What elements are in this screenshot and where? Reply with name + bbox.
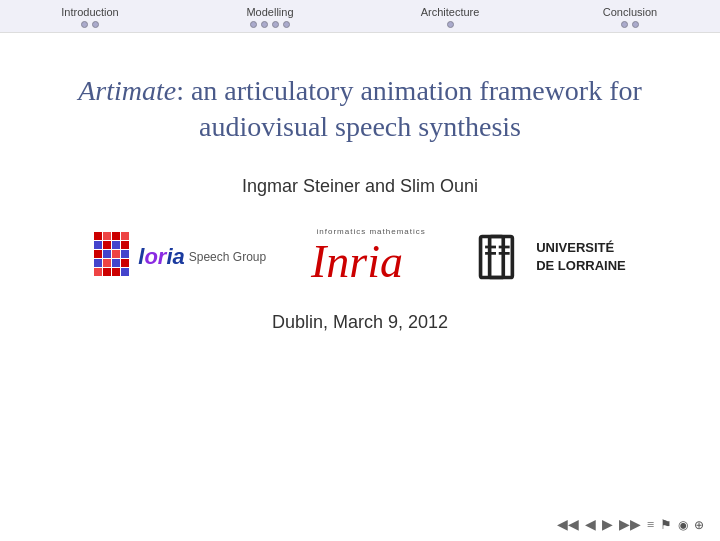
title-block: Artimate: an articulatory animation fram… — [60, 73, 660, 146]
presentation-title: Artimate: an articulatory animation fram… — [60, 73, 660, 146]
nav-dots-architecture — [447, 21, 454, 28]
svg-rect-15 — [121, 259, 129, 267]
ul-logo: UNIVERSITÉ DE LORRAINE — [476, 232, 626, 282]
nav-section-modelling: Modelling — [180, 4, 360, 30]
nav-section-architecture: Architecture — [360, 4, 540, 30]
ul-text: UNIVERSITÉ DE LORRAINE — [536, 239, 626, 275]
title-rest: : an articulatory animation framework fo… — [176, 75, 642, 142]
svg-rect-7 — [121, 241, 129, 249]
svg-text:Inria: Inria — [310, 236, 403, 287]
svg-rect-18 — [112, 268, 120, 276]
dot-5 — [272, 21, 279, 28]
svg-rect-1 — [103, 232, 111, 240]
svg-rect-16 — [94, 268, 102, 276]
dot-3 — [250, 21, 257, 28]
loria-text: loria Speech Group — [138, 244, 266, 270]
svg-rect-9 — [103, 250, 111, 258]
bottom-nav: ◀◀ ◀ ▶ ▶▶ ≡ ⚑ ◉ ⊕ — [557, 516, 704, 533]
dot-6 — [283, 21, 290, 28]
ul-line2: DE LORRAINE — [536, 257, 626, 275]
navigation-bar: Introduction Modelling Architecture Conc… — [0, 0, 720, 33]
inria-logo: informatics mathematics Inria — [306, 227, 436, 287]
svg-rect-24 — [485, 252, 496, 255]
svg-rect-8 — [94, 250, 102, 258]
svg-rect-11 — [121, 250, 129, 258]
nav-last-arrow[interactable]: ▶▶ — [619, 516, 641, 533]
nav-dots-conclusion — [621, 21, 639, 28]
svg-rect-26 — [499, 252, 510, 255]
svg-rect-0 — [94, 232, 102, 240]
title-italic: Artimate — [78, 75, 176, 106]
nav-bookmark-icon[interactable]: ⚑ — [660, 517, 672, 533]
svg-rect-3 — [121, 232, 129, 240]
svg-rect-5 — [103, 241, 111, 249]
zoom-icon[interactable]: ⊕ — [694, 518, 704, 532]
nav-menu-icon[interactable]: ≡ — [647, 517, 654, 533]
loria-grid-icon — [94, 232, 136, 282]
dot-2 — [92, 21, 99, 28]
nav-prev-arrow[interactable]: ◀ — [585, 516, 596, 533]
nav-section-conclusion: Conclusion — [540, 4, 720, 30]
date: Dublin, March 9, 2012 — [272, 312, 448, 333]
svg-rect-10 — [112, 250, 120, 258]
svg-rect-2 — [112, 232, 120, 240]
svg-rect-12 — [94, 259, 102, 267]
speech-group-label: Speech Group — [189, 250, 266, 264]
nav-next-arrow[interactable]: ▶ — [602, 516, 613, 533]
svg-rect-14 — [112, 259, 120, 267]
nav-dots-introduction — [81, 21, 99, 28]
dot-7 — [447, 21, 454, 28]
inria-script-icon: Inria — [306, 232, 436, 287]
svg-rect-17 — [103, 268, 111, 276]
nav-label-modelling: Modelling — [246, 6, 293, 18]
dot-9 — [632, 21, 639, 28]
authors: Ingmar Steiner and Slim Ouni — [242, 176, 478, 197]
main-content: Artimate: an articulatory animation fram… — [0, 33, 720, 333]
nav-dots-modelling — [250, 21, 290, 28]
page-indicator: ◉ — [678, 518, 688, 532]
svg-rect-6 — [112, 241, 120, 249]
svg-rect-4 — [94, 241, 102, 249]
svg-rect-19 — [121, 268, 129, 276]
nav-label-introduction: Introduction — [61, 6, 118, 18]
svg-rect-22 — [490, 236, 513, 277]
nav-section-introduction: Introduction — [0, 4, 180, 30]
ul-icon — [476, 232, 526, 282]
dot-8 — [621, 21, 628, 28]
ul-line1: UNIVERSITÉ — [536, 239, 626, 257]
loria-logo: loria Speech Group — [94, 232, 266, 282]
nav-label-architecture: Architecture — [421, 6, 480, 18]
logos-row: loria Speech Group informatics mathemati… — [60, 227, 660, 287]
svg-rect-21 — [481, 236, 504, 277]
dot-4 — [261, 21, 268, 28]
svg-rect-13 — [103, 259, 111, 267]
svg-rect-23 — [485, 245, 496, 248]
svg-rect-25 — [499, 245, 510, 248]
dot-1 — [81, 21, 88, 28]
nav-first-arrow[interactable]: ◀◀ — [557, 516, 579, 533]
nav-label-conclusion: Conclusion — [603, 6, 657, 18]
